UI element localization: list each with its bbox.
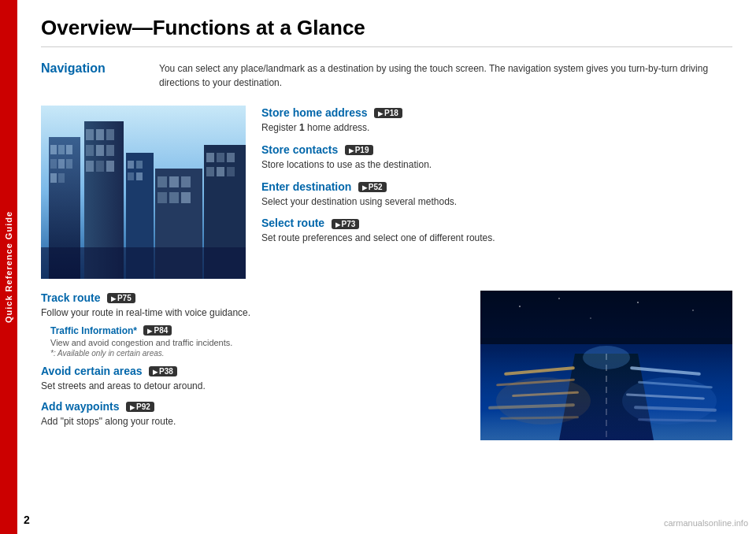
svg-rect-48 [500, 416, 579, 420]
traffic-info-title: Traffic Information* [50, 325, 137, 336]
svg-rect-38 [227, 167, 235, 176]
sub-feature-traffic: Traffic Information* P84 View and avoid … [41, 323, 465, 358]
feature-avoid-areas: Avoid certain areas P38 Set streets and … [41, 364, 465, 393]
page-number: 2 [24, 514, 30, 526]
feature-badge-p19: P19 [345, 145, 373, 155]
top-section: Store home address P18 Register 1 home a… [41, 106, 732, 279]
svg-rect-58 [480, 291, 732, 338]
svg-rect-34 [217, 153, 224, 162]
svg-point-60 [558, 298, 560, 299]
feature-desc-enter-destination: Select your destination using several me… [261, 195, 732, 209]
svg-rect-35 [227, 153, 235, 162]
svg-rect-4 [66, 145, 72, 154]
main-content: Overview—Functions at a Glance Navigatio… [17, 0, 756, 534]
sidebar-label: Quick Reference Guide [4, 211, 13, 323]
svg-rect-30 [169, 192, 179, 203]
feature-select-route: Select route P73 Set route preferences a… [261, 216, 732, 245]
feature-title-enter-destination: Enter destination [261, 180, 351, 193]
sidebar-tab: Quick Reference Guide [0, 0, 17, 534]
svg-point-54 [496, 377, 591, 425]
highway-image [480, 291, 732, 440]
svg-rect-52 [634, 406, 717, 412]
svg-rect-45 [496, 379, 575, 387]
svg-rect-39 [41, 247, 246, 279]
svg-point-56 [583, 346, 630, 369]
svg-point-62 [692, 310, 694, 311]
feature-enter-destination: Enter destination P52 Select your destin… [261, 180, 732, 209]
svg-rect-17 [86, 161, 94, 172]
svg-rect-21 [128, 161, 134, 169]
feature-badge-p52: P52 [358, 182, 387, 192]
feature-badge-p18: P18 [374, 108, 402, 118]
features-list: Store home address P18 Register 1 home a… [261, 106, 732, 279]
svg-rect-9 [58, 173, 65, 183]
svg-rect-53 [638, 418, 717, 422]
feature-badge-p75: P75 [107, 293, 135, 303]
feature-title-select-route: Select route [261, 217, 324, 229]
svg-rect-36 [206, 167, 214, 176]
feature-track-route: Track route P75 Follow your route in rea… [41, 291, 465, 358]
traffic-info-desc: View and avoid congestion and traffic in… [50, 338, 465, 347]
feature-badge-p73: P73 [332, 219, 360, 229]
navigation-label: Navigation [41, 61, 143, 90]
svg-rect-28 [181, 176, 191, 187]
svg-point-61 [637, 302, 639, 303]
bottom-section: Track route P75 Follow your route in rea… [41, 291, 732, 440]
svg-point-55 [622, 377, 717, 425]
svg-rect-3 [58, 145, 65, 154]
svg-rect-18 [96, 161, 104, 172]
svg-rect-14 [86, 145, 94, 156]
svg-rect-22 [136, 161, 143, 169]
navigation-section: Navigation You can select any place/land… [41, 61, 732, 90]
feature-desc-store-home: Register 1 home address. [261, 121, 732, 135]
bottom-features: Track route P75 Follow your route in rea… [41, 291, 465, 440]
svg-rect-51 [626, 393, 705, 399]
watermark: carmanualsonline.info [664, 518, 748, 528]
svg-rect-5 [50, 159, 57, 169]
svg-rect-23 [128, 172, 134, 180]
feature-desc-select-route: Set route preferences and select one of … [261, 232, 732, 245]
svg-rect-37 [217, 167, 224, 176]
feature-store-home: Store home address P18 Register 1 home a… [261, 106, 732, 135]
svg-point-59 [519, 306, 521, 307]
svg-rect-46 [512, 391, 579, 397]
svg-point-63 [590, 317, 591, 319]
svg-marker-41 [559, 354, 654, 440]
feature-desc-track-route: Follow your route in real-time with voic… [41, 306, 465, 320]
svg-rect-7 [66, 159, 72, 169]
svg-rect-24 [136, 172, 143, 180]
svg-rect-57 [480, 338, 732, 344]
feature-title-avoid-areas: Avoid certain areas [41, 365, 143, 377]
svg-rect-29 [158, 192, 167, 203]
feature-badge-p84: P84 [143, 325, 172, 336]
svg-rect-49 [630, 366, 701, 376]
svg-rect-2 [50, 145, 57, 154]
svg-rect-33 [206, 153, 214, 162]
feature-title-store-contacts: Store contacts [261, 143, 338, 156]
svg-rect-8 [50, 173, 57, 183]
building-image [41, 106, 246, 279]
svg-rect-11 [86, 129, 94, 140]
svg-rect-6 [58, 159, 65, 169]
navigation-description: You can select any place/landmark as a d… [159, 61, 732, 90]
feature-add-waypoints: Add waypoints P92 Add "pit stops" along … [41, 399, 465, 428]
svg-rect-31 [181, 192, 191, 203]
svg-rect-44 [504, 366, 575, 376]
svg-rect-26 [158, 176, 167, 187]
feature-title-track-route: Track route [41, 291, 100, 304]
traffic-info-note: *: Available only in certain areas. [50, 349, 465, 358]
page-title: Overview—Functions at a Glance [41, 16, 732, 47]
svg-rect-19 [106, 161, 114, 172]
svg-rect-50 [638, 381, 713, 389]
feature-badge-p38: P38 [149, 366, 177, 376]
feature-title-add-waypoints: Add waypoints [41, 400, 120, 413]
feature-desc-avoid-areas: Set streets and areas to detour around. [41, 380, 465, 393]
svg-rect-16 [106, 145, 114, 156]
feature-desc-store-contacts: Store locations to use as the destinatio… [261, 158, 732, 172]
svg-rect-13 [106, 129, 114, 140]
svg-rect-27 [169, 176, 179, 187]
feature-store-contacts: Store contacts P19 Store locations to us… [261, 143, 732, 172]
svg-rect-15 [96, 145, 104, 156]
feature-title-store-home: Store home address [261, 106, 368, 119]
feature-badge-p92: P92 [126, 402, 154, 412]
